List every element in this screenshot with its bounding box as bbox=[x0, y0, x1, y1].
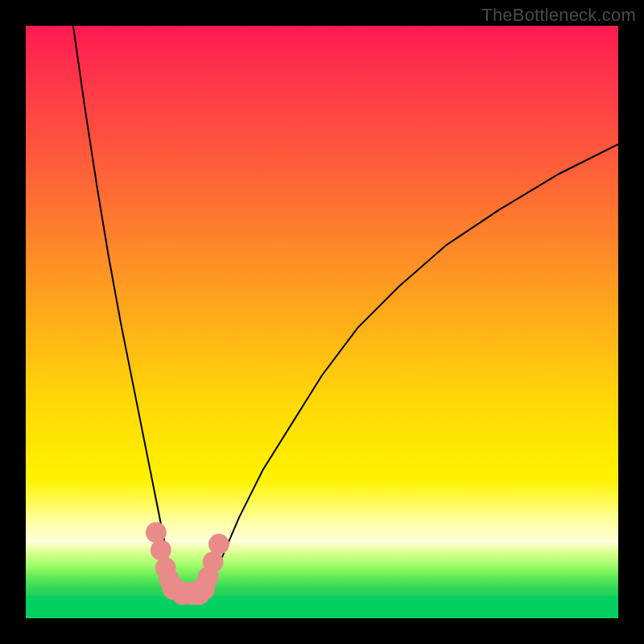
valley-marker bbox=[146, 522, 167, 543]
bottleneck-curves bbox=[73, 26, 618, 598]
plot-area bbox=[26, 26, 618, 618]
chart-frame: TheBottleneck.com bbox=[0, 0, 644, 644]
series-left-branch bbox=[73, 26, 174, 595]
valley-marker bbox=[203, 551, 224, 572]
valley-marker bbox=[208, 534, 229, 555]
series-right-branch bbox=[204, 144, 618, 594]
valley-markers bbox=[146, 522, 229, 605]
curve-layer bbox=[26, 26, 618, 618]
watermark-text: TheBottleneck.com bbox=[481, 5, 636, 26]
valley-marker bbox=[151, 540, 171, 561]
